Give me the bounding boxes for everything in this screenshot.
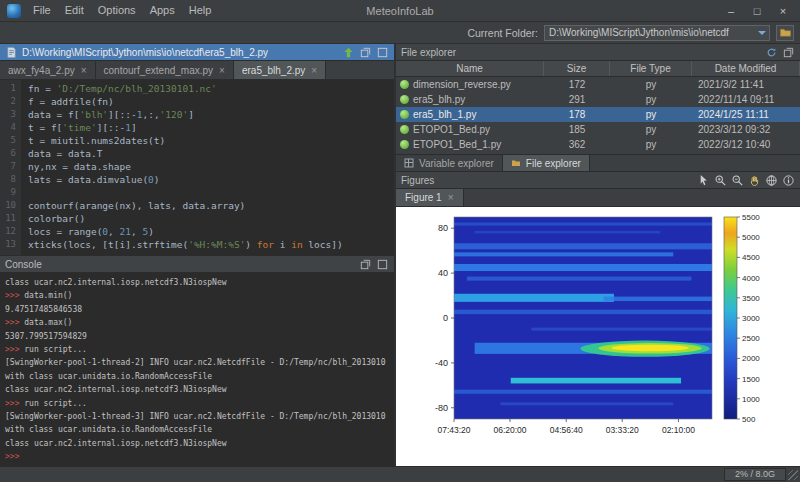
tab-close-icon[interactable]: × bbox=[448, 192, 454, 203]
menu-options[interactable]: Options bbox=[91, 0, 143, 21]
status-bar: 2% / 8.0G bbox=[0, 466, 800, 482]
file-size-cell: 172 bbox=[544, 77, 610, 92]
figure-tab[interactable]: Figure 1 × bbox=[396, 189, 464, 206]
maximize-panel-icon[interactable] bbox=[376, 258, 389, 271]
maximize-panel-icon[interactable] bbox=[376, 46, 389, 59]
console-output[interactable]: class ucar.nc2.internal.iosp.netcdf3.N3i… bbox=[0, 273, 394, 466]
code-text: t = miutil.nums2dates(t) bbox=[21, 134, 165, 147]
contour-band bbox=[467, 277, 691, 281]
code-line[interactable]: 2f = addfile(fn) bbox=[0, 95, 394, 108]
x-tick-label: 06:20:00 bbox=[493, 425, 526, 435]
editor-tab[interactable]: awx_fy4a_2.py× bbox=[0, 61, 96, 79]
refresh-icon[interactable] bbox=[765, 46, 778, 59]
file-row[interactable]: ETOPO1_Bed.py185py2023/3/12 09:32 bbox=[396, 122, 800, 137]
app-window: FileEditOptionsAppsHelp MeteoInfoLab – □… bbox=[0, 0, 800, 482]
editor-tab[interactable]: contourf_extend_max.py× bbox=[96, 61, 234, 79]
contour-band bbox=[454, 310, 712, 314]
line-number: 9 bbox=[0, 186, 21, 199]
code-line[interactable]: 10contourf(arange(nx), lats, data.array) bbox=[0, 199, 394, 212]
contour-band bbox=[454, 252, 673, 256]
colorbar bbox=[724, 217, 737, 419]
close-button[interactable]: × bbox=[770, 1, 796, 21]
contour-band bbox=[454, 390, 712, 394]
column-header-file-type[interactable]: File Type bbox=[610, 61, 692, 76]
minimize-button[interactable]: – bbox=[718, 1, 744, 21]
tab-label: awx_fy4a_2.py bbox=[8, 65, 75, 76]
code-line[interactable]: 5t = miutil.nums2dates(t) bbox=[0, 134, 394, 147]
file-size-cell: 291 bbox=[544, 92, 610, 107]
figures-panel: Figures bbox=[396, 172, 800, 466]
zoom-in-icon[interactable] bbox=[714, 174, 727, 187]
code-line[interactable]: 1fn = 'D:/Temp/nc/blh_20130101.nc' bbox=[0, 82, 394, 95]
run-script-icon[interactable] bbox=[342, 46, 355, 59]
chevron-down-icon[interactable] bbox=[755, 26, 769, 40]
code-text: contourf(arange(nx), lats, data.array) bbox=[21, 199, 245, 212]
file-size-cell: 178 bbox=[544, 107, 610, 122]
tab-variable-explorer[interactable]: Variable explorer bbox=[396, 155, 503, 171]
memory-indicator[interactable]: 2% / 8.0G bbox=[724, 468, 786, 481]
console-line: >>> run script... bbox=[5, 397, 389, 410]
editor-tab[interactable]: era5_blh_2.py× bbox=[234, 61, 326, 79]
menu-edit[interactable]: Edit bbox=[58, 0, 91, 21]
file-row[interactable]: ETOPO1_Bed_1.py362py2022/3/12 10:40 bbox=[396, 137, 800, 152]
identify-icon[interactable] bbox=[782, 174, 795, 187]
pan-hand-icon[interactable] bbox=[748, 174, 761, 187]
code-line[interactable]: 11colorbar() bbox=[0, 212, 394, 225]
code-line[interactable]: 9 bbox=[0, 186, 394, 199]
menu-help[interactable]: Help bbox=[182, 0, 219, 21]
code-line[interactable]: 4t = f['time'][::-1] bbox=[0, 121, 394, 134]
column-header-size[interactable]: Size bbox=[544, 61, 610, 76]
code-text bbox=[21, 186, 28, 199]
console-line: [SwingWorker-pool-1-thread-3] INFO ucar.… bbox=[5, 410, 389, 423]
figures-title-bar: Figures bbox=[396, 172, 800, 189]
contour-band bbox=[475, 231, 661, 233]
menu-file[interactable]: File bbox=[26, 0, 58, 21]
zoom-out-icon[interactable] bbox=[731, 174, 744, 187]
file-row[interactable]: dimension_reverse.py172py2021/3/2 11:41 bbox=[396, 77, 800, 92]
maximize-button[interactable]: □ bbox=[744, 1, 770, 21]
code-line[interactable]: 8lats = data.dimvalue(0) bbox=[0, 173, 394, 186]
file-explorer-title-icons bbox=[765, 46, 795, 59]
console-line: class ucar.nc2.internal.iosp.netcdf3.N3i… bbox=[5, 276, 389, 289]
menu-apps[interactable]: Apps bbox=[143, 0, 182, 21]
figure-canvas[interactable]: 80400-40-8007:43:2006:20:0004:56:4003:33… bbox=[396, 207, 800, 466]
tab-close-icon[interactable]: × bbox=[81, 65, 87, 76]
file-row[interactable]: era5_blh.py291py2022/11/14 09:11 bbox=[396, 92, 800, 107]
tab-label: contourf_extend_max.py bbox=[104, 65, 214, 76]
tab-label: era5_blh_2.py bbox=[242, 65, 305, 76]
tab-file-explorer[interactable]: File explorer bbox=[503, 155, 590, 171]
contourf-plot[interactable]: 80400-40-8007:43:2006:20:0004:56:4003:33… bbox=[396, 207, 800, 466]
select-arrow-icon[interactable] bbox=[697, 174, 710, 187]
code-line[interactable]: 6data = data.T bbox=[0, 147, 394, 160]
code-line[interactable]: 7ny,nx = data.shape bbox=[0, 160, 394, 173]
editor-title-bar: D:\Working\MIScript\Jython\mis\io\netcdf… bbox=[0, 44, 394, 61]
file-modified-cell: 2022/11/14 09:11 bbox=[692, 92, 800, 107]
full-extent-icon[interactable] bbox=[765, 174, 778, 187]
code-editor[interactable]: 1fn = 'D:/Temp/nc/blh_20130101.nc'2f = a… bbox=[0, 80, 394, 255]
contour-band bbox=[454, 243, 712, 249]
float-panel-icon[interactable] bbox=[359, 258, 372, 271]
browse-folder-button[interactable] bbox=[776, 25, 794, 41]
float-panel-icon[interactable] bbox=[359, 46, 372, 59]
column-header-name[interactable]: Name bbox=[396, 61, 544, 76]
code-line[interactable]: 3data = f['blh'][::-1,:,'120'] bbox=[0, 108, 394, 121]
tab-close-icon[interactable]: × bbox=[311, 65, 317, 76]
console-title-icons bbox=[359, 258, 389, 271]
resize-grip-icon[interactable] bbox=[788, 470, 798, 480]
column-header-date-modified[interactable]: Date Modified bbox=[692, 61, 800, 76]
x-tick-label: 03:33:20 bbox=[606, 425, 639, 435]
file-row[interactable]: era5_blh_1.py178py2024/1/25 11:11 bbox=[396, 107, 800, 122]
tab-close-icon[interactable]: × bbox=[219, 65, 225, 76]
current-folder-combo[interactable]: D:\Working\MIScript\Jython\mis\io\netcdf bbox=[544, 25, 770, 41]
figure-tab-bar: Figure 1 × bbox=[396, 189, 800, 207]
folder-open-icon bbox=[779, 26, 792, 39]
float-panel-icon[interactable] bbox=[782, 46, 795, 59]
file-type-cell: py bbox=[610, 137, 692, 152]
contour-band bbox=[454, 264, 712, 271]
toolbar: Current Folder: D:\Working\MIScript\Jyth… bbox=[0, 22, 800, 44]
code-line[interactable]: 12locs = range(0, 21, 5) bbox=[0, 225, 394, 238]
code-line[interactable]: 13xticks(locs, [t[i].strftime('%H:%M:%S'… bbox=[0, 238, 394, 251]
window-controls: – □ × bbox=[718, 1, 796, 21]
x-tick-label: 07:43:20 bbox=[437, 425, 470, 435]
contour-band bbox=[604, 297, 712, 301]
